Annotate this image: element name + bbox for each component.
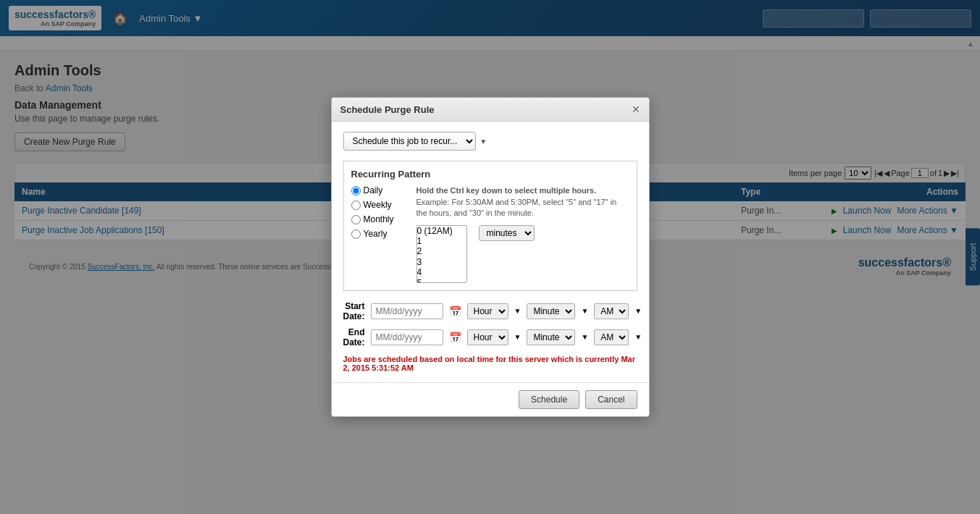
radio-weekly[interactable]: Weekly [351, 200, 409, 210]
recurrence-left: Daily Weekly Monthly Yearly [351, 185, 409, 279]
recurrence-right: Hold the Ctrl key down to select multipl… [409, 185, 629, 279]
schedule-modal: Schedule Purge Rule ✕ Schedule this job … [331, 97, 650, 279]
hours-select[interactable]: 0 (12AM) 1 2 3 4 5 [416, 225, 467, 279]
modal-title: Schedule Purge Rule [340, 104, 435, 115]
dropdown-arrow: ▼ [479, 138, 487, 146]
modal-body: Schedule this job to recur... ▼ Recurrin… [332, 122, 649, 279]
schedule-recur-select[interactable]: Schedule this job to recur... [343, 132, 476, 151]
schedule-dropdown-container: Schedule this job to recur... ▼ [343, 132, 637, 151]
recurrence-title: Recurring Pattern [351, 169, 629, 180]
recurrence-options: Daily Weekly Monthly Yearly [351, 185, 629, 279]
radio-yearly[interactable]: Yearly [351, 229, 409, 239]
hours-minutes-row: 0 (12AM) 1 2 3 4 5 minutes hours [416, 225, 629, 279]
radio-monthly[interactable]: Monthly [351, 214, 409, 224]
radio-daily[interactable]: Daily [351, 185, 409, 195]
radio-weekly-input[interactable] [351, 201, 361, 210]
modal-header: Schedule Purge Rule ✕ [332, 98, 649, 122]
radio-monthly-input[interactable] [351, 215, 361, 224]
modal-close-button[interactable]: ✕ [632, 104, 640, 115]
radio-daily-input[interactable] [351, 186, 361, 195]
help-text: Hold the Ctrl key down to select multipl… [416, 185, 629, 219]
radio-yearly-input[interactable] [351, 229, 361, 239]
recurrence-section: Recurring Pattern Daily Weekly [343, 161, 637, 279]
minutes-select[interactable]: minutes hours [479, 225, 535, 241]
modal-overlay: Schedule Purge Rule ✕ Schedule this job … [0, 0, 980, 279]
